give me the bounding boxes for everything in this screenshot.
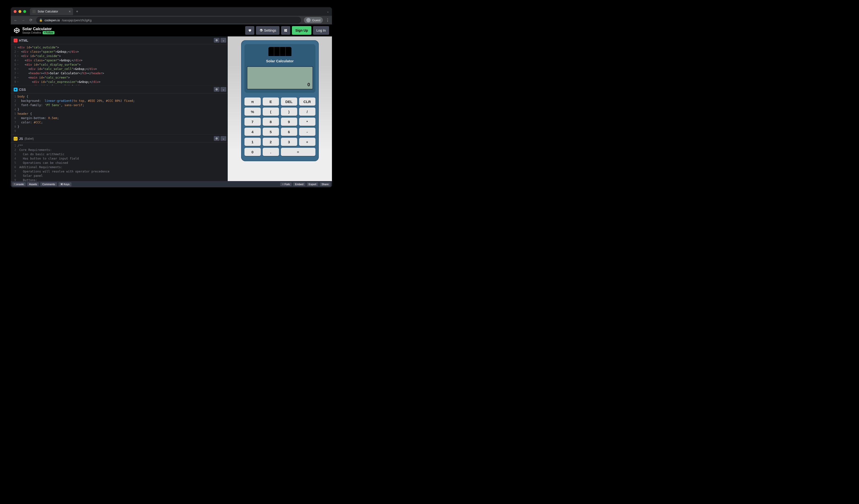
browser-menu-button[interactable]: ⋮ [326,18,330,22]
keys-button[interactable]: ⌘ Keys [59,182,72,186]
key-multiply[interactable]: * [299,118,315,126]
maximize-window-button[interactable] [23,10,26,13]
css-badge-icon: ✱ [14,88,17,92]
key-rparen[interactable]: ) [281,108,297,116]
css-editor[interactable]: 12345678910 body { background: linear-gr… [11,93,228,134]
header-actions: Settings Sign Up Log In [245,26,329,35]
js-pane: ( ) JS (Babel) ⚙ ⌄ 12345678910 /** Core … [11,135,228,187]
key-dot[interactable]: . [263,148,279,156]
css-collapse-button[interactable]: ⌄ [221,87,226,92]
address-bar: ← → ⟳ 🔒 codepen.io/sassjajc/pen/zNJgKg G… [11,16,332,25]
html-collapse-button[interactable]: ⌄ [221,38,226,43]
key-minus[interactable]: - [299,128,315,136]
css-pane-header: ✱ CSS ⚙ ⌄ [11,86,228,93]
svg-rect-1 [286,29,287,30]
html-settings-button[interactable]: ⚙ [214,38,220,43]
key-1[interactable]: 1 [244,138,261,146]
tab-bar: Solar Calculator × + ⌄ [11,7,332,16]
url-domain: codepen.io [45,18,60,22]
js-pane-header: ( ) JS (Babel) ⚙ ⌄ [11,135,228,142]
url-field[interactable]: 🔒 codepen.io/sassjajc/pen/zNJgKg [36,17,301,24]
share-button[interactable]: Share [320,182,331,186]
js-gutter: 12345678910 [11,142,17,187]
js-badge-icon: ( ) [14,137,17,141]
key-8[interactable]: 8 [263,118,279,126]
css-gutter: 12345678910 [11,93,17,134]
key-5[interactable]: 5 [263,128,279,136]
browser-window: Solar Calculator × + ⌄ ← → ⟳ 🔒 codepen.i… [11,7,332,187]
close-tab-button[interactable]: × [69,10,71,13]
css-pane-label: ✱ CSS [11,86,29,93]
key-2[interactable]: 2 [263,138,279,146]
follow-button[interactable]: + Follow [43,31,55,34]
forward-button[interactable]: → [21,18,26,22]
key-9[interactable]: 9 [281,118,297,126]
new-tab-button[interactable]: + [76,9,78,14]
expand-tabs-button[interactable]: ⌄ [327,10,329,13]
css-code: body { background: linear-gradient(to to… [17,93,228,134]
signup-button[interactable]: Sign Up [292,26,311,35]
css-pane: ✱ CSS ⚙ ⌄ 12345678910 body { background:… [11,86,228,135]
close-window-button[interactable] [14,10,17,13]
key-plus[interactable]: + [299,138,315,146]
tab-title: Solar Calculator [37,10,58,13]
codepen-footer: Console Assets Comments ⌘ Keys ⑂ Fork Em… [11,181,332,187]
html-badge-icon: ⁄ [14,39,17,42]
html-pane-label: ⁄ HTML [11,36,31,44]
key-6[interactable]: 6 [281,128,297,136]
fork-button[interactable]: ⑂ Fork [280,182,292,186]
js-pane-label: ( ) JS (Babel) [11,135,37,142]
calculator-title: Solar Calculator [247,59,313,63]
key-equals[interactable]: = [281,148,315,156]
login-button[interactable]: Log In [313,26,329,35]
key-divide[interactable]: / [299,108,315,116]
key-7[interactable]: 7 [244,118,261,126]
html-pane-header: ⁄ HTML ⚙ ⌄ [11,36,228,44]
avatar-icon [306,18,311,22]
codepen-header: Solar Calculator Sassja Ceballos + Follo… [11,25,332,36]
profile-label: Guest [312,18,320,22]
css-settings-button[interactable]: ⚙ [214,87,220,92]
html-code: <div id="calc_outside"> <div class="spac… [17,44,228,85]
html-gutter: 12345678910 [11,44,17,85]
key-lparen[interactable]: ( [263,108,279,116]
html-pane: ⁄ HTML ⚙ ⌄ 12345678910 <div id="calc_out… [11,36,228,86]
pen-title: Solar Calculator [22,27,55,31]
comments-button[interactable]: Comments [40,182,57,186]
js-editor[interactable]: 12345678910 /** Core Requirements: Can d… [11,142,228,187]
view-button[interactable] [281,26,290,35]
calculator-keypad: π E DEL CLR % ( ) / 7 8 9 * 4 5 6 - 1 [244,97,315,156]
assets-button[interactable]: Assets [27,182,39,186]
love-button[interactable] [245,26,254,35]
calculator-display-surface: Solar Calculator 0 [244,44,315,93]
calculator-expression [250,79,310,82]
lock-icon: 🔒 [39,18,43,22]
settings-button[interactable]: Settings [256,26,280,35]
key-clr[interactable]: CLR [299,97,315,106]
html-editor[interactable]: 12345678910 <div id="calc_outside"> <div… [11,44,228,85]
browser-tab[interactable]: Solar Calculator × [30,8,73,15]
profile-button[interactable]: Guest [304,17,323,23]
key-4[interactable]: 4 [244,128,261,136]
embed-button[interactable]: Embed [293,182,305,186]
calculator: Solar Calculator 0 π E DEL CLR % ( ) / 7 [241,40,319,161]
calculator-result: 0 [250,82,310,88]
key-pi[interactable]: π [244,97,261,106]
pen-title-block: Solar Calculator Sassja Ceballos + Follo… [22,27,55,34]
key-e[interactable]: E [263,97,279,106]
reload-button[interactable]: ⟳ [29,18,33,22]
solar-cell [269,47,291,56]
export-button[interactable]: Export [307,182,318,186]
pen-author[interactable]: Sassja Ceballos [22,31,41,34]
key-0[interactable]: 0 [244,148,261,156]
key-percent[interactable]: % [244,108,261,116]
calculator-screen: 0 [247,66,313,89]
js-collapse-button[interactable]: ⌄ [221,136,226,141]
minimize-window-button[interactable] [18,10,21,13]
js-settings-button[interactable]: ⚙ [214,136,220,141]
editors-column: ⁄ HTML ⚙ ⌄ 12345678910 <div id="calc_out… [11,36,228,181]
key-3[interactable]: 3 [281,138,297,146]
back-button[interactable]: ← [13,18,18,22]
codepen-logo-icon[interactable] [14,27,20,33]
key-del[interactable]: DEL [281,97,297,106]
